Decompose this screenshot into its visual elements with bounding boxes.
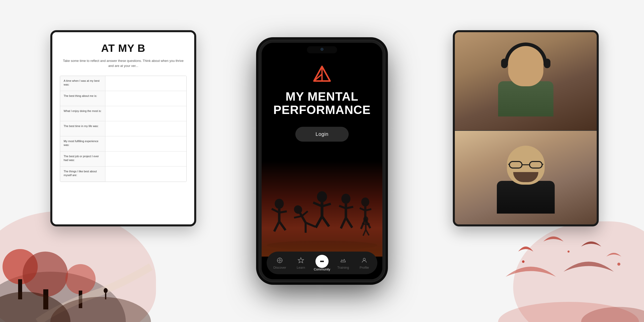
svg-line-31 xyxy=(341,218,346,228)
nav-item-learn[interactable]: Learn xyxy=(291,257,311,269)
phone-device: MY MENTAL PERFORMANCE Login xyxy=(259,40,385,282)
row-field xyxy=(105,91,186,106)
svg-line-32 xyxy=(346,218,352,228)
row-field xyxy=(105,151,186,166)
nav-item-discover[interactable]: Discover xyxy=(270,257,290,269)
svg-line-20 xyxy=(306,219,315,230)
svg-line-25 xyxy=(316,216,322,228)
svg-line-12 xyxy=(279,211,287,213)
row-field xyxy=(105,121,186,136)
row-label: The best time in my life was: xyxy=(60,121,105,136)
worksheet-subtitle: Take some time to reflect and answer the… xyxy=(60,58,187,68)
row-label: The best thing about me is: xyxy=(60,91,105,106)
phone-screen: MY MENTAL PERFORMANCE Login xyxy=(262,43,382,279)
discover-label: Discover xyxy=(273,266,286,269)
svg-point-39 xyxy=(363,216,368,222)
bottom-nav: Discover Learn xyxy=(267,252,377,274)
phone-wrapper: MY MENTAL PERFORMANCE Login xyxy=(259,40,385,282)
row-field xyxy=(105,76,186,91)
row-label: The best job or project I ever had was: xyxy=(60,151,105,166)
svg-point-33 xyxy=(361,197,369,207)
svg-line-26 xyxy=(322,216,329,226)
video-person-1 xyxy=(455,32,597,130)
profile-icon xyxy=(360,257,368,264)
row-label: My most fulfilling experience was: xyxy=(60,136,105,151)
app-logo xyxy=(312,65,332,84)
nav-item-profile[interactable]: Profile xyxy=(354,257,374,269)
row-label: A time when I was at my best was: xyxy=(60,76,105,91)
person2-head xyxy=(507,146,545,185)
svg-point-15 xyxy=(292,204,304,215)
learn-label: Learn xyxy=(297,266,305,269)
svg-line-44 xyxy=(366,230,369,235)
front-camera xyxy=(320,48,324,51)
art-illustration-left xyxy=(0,216,176,322)
headphone-ear-right xyxy=(544,59,550,68)
person1-body xyxy=(498,81,553,116)
row-field xyxy=(105,106,186,121)
svg-marker-51 xyxy=(298,258,304,263)
table-row: A time when I was at my best was: xyxy=(60,76,186,91)
community-label: Community xyxy=(314,267,330,271)
table-row: The best time in my life was: xyxy=(60,121,186,136)
tablet-right xyxy=(453,30,599,226)
community-active-bubble xyxy=(315,255,329,268)
discover-icon xyxy=(276,257,284,264)
profile-label: Profile xyxy=(360,266,369,269)
app-title: MY MENTAL PERFORMANCE xyxy=(266,90,378,117)
tablet-left: AT MY B Take some time to reflect and an… xyxy=(50,30,196,226)
svg-point-9 xyxy=(275,199,284,209)
table-row: The things I like best about myself are: xyxy=(60,167,186,182)
row-label: What I enjoy doing the most is: xyxy=(60,106,105,121)
svg-point-60 xyxy=(65,264,96,294)
svg-point-21 xyxy=(317,191,327,202)
row-field xyxy=(105,167,186,182)
svg-line-43 xyxy=(363,230,366,236)
svg-point-71 xyxy=(568,251,570,253)
svg-point-70 xyxy=(522,260,525,263)
svg-rect-1 xyxy=(530,162,542,168)
svg-point-27 xyxy=(341,194,350,204)
row-field xyxy=(105,136,186,151)
training-label: Training xyxy=(337,266,349,269)
person2-body xyxy=(497,181,555,214)
glasses-icon xyxy=(508,159,543,170)
table-row: My most fulfilling experience was: xyxy=(60,136,186,151)
headphone-ear-left xyxy=(501,59,508,68)
training-icon xyxy=(339,257,347,264)
headphones xyxy=(504,43,547,65)
table-row: What I enjoy doing the most is: xyxy=(60,106,186,121)
apex-logo-icon xyxy=(312,65,332,83)
svg-point-64 xyxy=(104,288,108,293)
svg-line-14 xyxy=(279,221,286,230)
table-row: The best thing about me is: xyxy=(60,91,186,106)
worksheet-table: A time when I was at my best was: The be… xyxy=(60,76,187,182)
svg-point-46 xyxy=(279,259,281,261)
person1-head xyxy=(508,46,543,86)
svg-point-56 xyxy=(363,258,366,260)
art-illustration-right xyxy=(493,226,644,322)
svg-point-54 xyxy=(323,261,324,262)
nav-item-community[interactable]: Community xyxy=(312,255,332,271)
worksheet-title: AT MY B xyxy=(60,42,187,54)
learn-icon xyxy=(297,257,305,264)
video-person-2 xyxy=(455,130,597,226)
nav-item-training[interactable]: Training xyxy=(333,257,353,269)
svg-point-72 xyxy=(617,263,620,266)
svg-line-18 xyxy=(301,211,308,216)
running-scene xyxy=(262,161,382,257)
svg-rect-0 xyxy=(509,162,522,168)
runners-illustration xyxy=(264,179,380,249)
login-button[interactable]: Login xyxy=(295,127,348,142)
table-row: The best job or project I ever had was: xyxy=(60,151,186,167)
row-label: The things I like best about myself are: xyxy=(60,167,105,182)
svg-line-13 xyxy=(274,221,279,231)
